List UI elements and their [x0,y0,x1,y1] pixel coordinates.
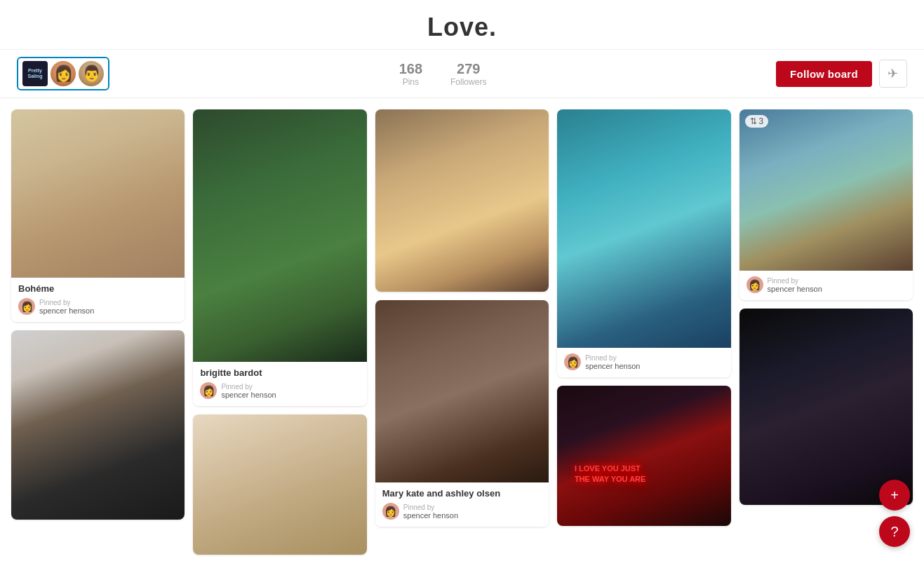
pin-by: 👩 Pinned by spencer henson [382,503,542,520]
pins-stat: 168 Pins [399,61,422,87]
board-logo: PrettySaling [22,61,48,86]
pinned-by-label: Pinned by [39,299,94,306]
zoom-icon: + [890,487,899,503]
send-icon: ✈ [888,66,898,81]
pinner-avatar: 👩 [564,353,581,370]
pinner-avatar: 👩 [18,298,35,315]
fab-buttons: + ? [879,480,910,547]
pin-card[interactable]: Mary kate and ashley olsen 👩 Pinned by s… [375,300,549,527]
board-title: Love. [0,13,924,42]
send-button[interactable]: ✈ [879,60,907,88]
pins-grid: Bohéme 👩 Pinned by spencer henson brigit… [0,98,924,561]
neon-sign-text: I LOVE YOU JUSTTHE WAY YOU ARE [575,464,645,484]
pin-footer: brigitte bardot 👩 Pinned by spencer hens… [193,362,366,406]
pin-title: Bohéme [18,283,178,294]
pin-image: I LOVE YOU JUSTTHE WAY YOU ARE [557,386,730,526]
pins-count: 168 [399,61,422,77]
pin-by: 👩 Pinned by spencer henson [18,298,178,315]
pin-image [557,109,730,348]
repin-number: 3 [759,116,764,126]
pinned-by-label: Pinned by [768,277,822,285]
pin-footer: 👩 Pinned by spencer henson [557,348,730,377]
pinned-by-label: Pinned by [221,383,276,391]
help-button[interactable]: ? [879,516,910,547]
stats-bar-left: PrettySaling [17,57,109,90]
pin-image [739,109,913,271]
pin-card[interactable]: brigitte bardot 👩 Pinned by spencer hens… [193,109,366,406]
pinner-avatar: 👩 [200,382,217,399]
pinner-name: spencer henson [768,285,822,293]
followers-label: Followers [450,77,486,87]
pin-footer: 👩 Pinned by spencer henson [739,271,913,300]
pinner-name: spencer henson [403,511,458,520]
repin-icon: ⇅ [750,116,757,126]
pins-label: Pins [399,77,422,87]
pin-card[interactable]: Bohéme 👩 Pinned by spencer henson [11,109,185,322]
pinner-name: spencer henson [585,362,640,370]
pin-card[interactable] [739,309,913,505]
pin-card[interactable] [375,109,549,292]
pinned-by-label: Pinned by [585,354,640,362]
pinned-by-label: Pinned by [403,503,458,511]
pin-card[interactable] [193,414,366,555]
pinner-info: Pinned by spencer henson [768,277,822,293]
pin-title: brigitte bardot [200,367,359,378]
pin-by: 👩 Pinned by spencer henson [200,382,359,399]
page-header: Love. [0,0,924,50]
pin-footer: Bohéme 👩 Pinned by spencer henson [11,278,185,322]
followers-stat: 279 Followers [450,61,486,87]
pinner-info: Pinned by spencer henson [403,503,458,520]
pin-card[interactable]: I LOVE YOU JUSTTHE WAY YOU ARE [557,386,730,526]
repin-count: ⇅ 3 [745,115,769,128]
pin-image [193,414,366,555]
pin-footer: Mary kate and ashley olsen 👩 Pinned by s… [375,482,549,527]
avatar-1 [51,61,76,86]
pinner-info: Pinned by spencer henson [585,354,640,370]
pin-image [11,109,185,278]
pinner-avatar: 👩 [746,276,763,293]
pin-image [193,109,366,362]
pin-image [375,300,549,482]
pin-by: 👩 Pinned by spencer henson [564,353,723,370]
stats-bar: PrettySaling 168 Pins 279 Followers Foll… [0,50,924,98]
board-avatar-group[interactable]: PrettySaling [17,57,109,90]
stats-center: 168 Pins 279 Followers [399,61,487,87]
pinner-info: Pinned by spencer henson [39,299,94,315]
avatar-2 [79,61,104,86]
pin-image [11,330,185,520]
zoom-button[interactable]: + [879,480,910,511]
pin-card[interactable] [11,330,185,520]
help-icon: ? [890,524,898,540]
pin-card[interactable]: 👩 Pinned by spencer henson [557,109,730,377]
followers-count: 279 [450,61,486,77]
follow-board-button[interactable]: Follow board [776,61,872,87]
pin-by: 👩 Pinned by spencer henson [746,276,906,293]
pinner-name: spencer henson [221,391,276,399]
pin-card[interactable]: ⇅ 3 👩 Pinned by spencer henson [739,109,913,300]
stats-bar-right: Follow board ✈ [776,60,907,88]
pin-image [375,109,549,292]
pin-image [739,309,913,505]
pinner-info: Pinned by spencer henson [221,383,276,399]
pinner-name: spencer henson [39,306,94,315]
pin-title: Mary kate and ashley olsen [382,488,542,499]
pinner-avatar: 👩 [382,503,399,520]
